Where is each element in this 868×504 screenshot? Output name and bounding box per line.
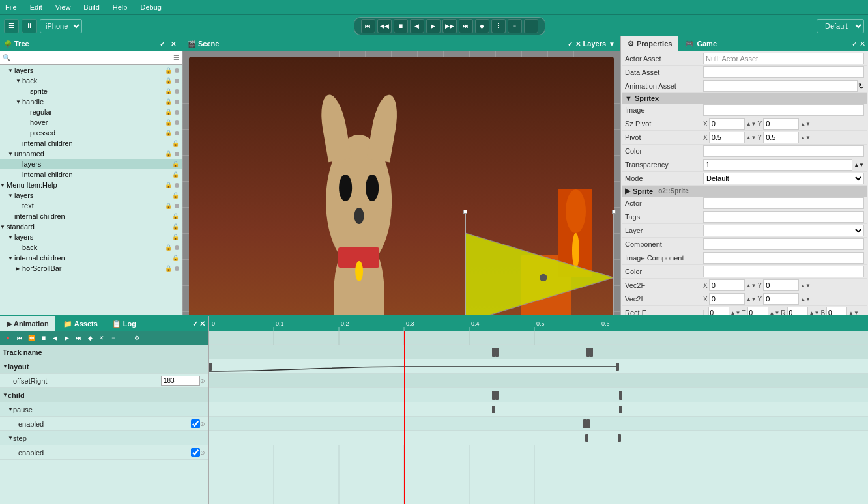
lock-icon-regular[interactable]: 🔒 — [165, 109, 172, 115]
lock-icon-layers2[interactable]: 🔒 — [172, 161, 179, 167]
settings-anim[interactable]: ≡ — [108, 333, 119, 343]
lock-icon-internal4[interactable]: 🔒 — [172, 255, 179, 261]
lock-icon-text[interactable]: 🔒 — [165, 203, 172, 209]
next-frame-anim[interactable]: ⏭ — [73, 333, 83, 343]
vec2f-x-input[interactable] — [709, 279, 745, 291]
play-anim[interactable]: ▶ — [61, 333, 72, 343]
lock-icon-pressed[interactable]: 🔒 — [165, 130, 172, 136]
menu-view[interactable]: View — [53, 2, 74, 12]
tab-animation[interactable]: ▶ Animation — [0, 316, 55, 331]
search-input[interactable] — [10, 54, 173, 62]
anim-close-icon[interactable]: ✕ — [199, 320, 205, 328]
spritex-section[interactable]: ▼ Spritex — [622, 93, 867, 104]
szpivot-x-input[interactable] — [709, 118, 745, 130]
vec2f-y-input[interactable] — [763, 279, 799, 291]
keyframe-anim[interactable]: ◆ — [85, 333, 95, 343]
scene-close-icon[interactable]: ✕ — [575, 40, 581, 48]
menu-debug[interactable]: Debug — [137, 2, 164, 12]
tab-log[interactable]: 📋 Log — [106, 316, 143, 331]
lock-icon-handle[interactable]: 🔒 — [165, 98, 172, 105]
lock-icon-hover[interactable]: 🔒 — [165, 119, 172, 126]
scene-check-icon[interactable]: ✓ — [568, 40, 573, 48]
imgcomp-input[interactable] — [703, 252, 864, 264]
timeline-grid[interactable] — [209, 331, 868, 504]
szpivot-spin-x[interactable]: ▲▼ — [746, 121, 757, 127]
game-tab[interactable]: 🎮 Game — [678, 36, 723, 51]
prev-frame-anim[interactable]: ⏪ — [26, 333, 36, 343]
track-pause-row[interactable]: ▼ pause — [0, 402, 208, 417]
tree-item-layers3[interactable]: ▼ layers 🔒 — [0, 190, 182, 201]
lock-icon-layers4[interactable]: 🔒 — [172, 234, 179, 240]
actor-asset-input[interactable] — [703, 53, 864, 64]
tree-item-hover[interactable]: ▶ hover 🔒 — [0, 117, 182, 128]
tree-item-text[interactable]: ▶ text 🔒 — [0, 201, 182, 211]
arrow-layers1[interactable]: ▼ — [8, 68, 14, 74]
rewind-button[interactable]: ⏮ — [361, 19, 375, 33]
pivot-x-input[interactable] — [709, 132, 745, 143]
tree-item-layers4[interactable]: ▼ layers 🔒 — [0, 232, 182, 242]
lock-icon-layers1[interactable]: 🔒 — [165, 67, 172, 74]
lock-icon-internal1[interactable]: 🔒 — [172, 140, 179, 147]
pivot-y-input[interactable] — [763, 132, 799, 143]
vec2i-spin-y[interactable]: ▲▼ — [800, 296, 811, 302]
properties-tab[interactable]: ⚙ Properties — [621, 36, 678, 51]
tab-assets[interactable]: 📁 Assets — [57, 316, 104, 331]
tags-input[interactable] — [703, 211, 864, 223]
mode-select[interactable]: Default — [703, 173, 864, 184]
arrow-menuhelp[interactable]: ▼ — [0, 182, 7, 188]
settings-button[interactable]: ≡ — [508, 19, 522, 33]
tree-menu-icon[interactable]: ☰ — [173, 54, 179, 61]
vec2i-y-input[interactable] — [763, 293, 799, 305]
tree-item-handle[interactable]: ▼ handle 🔒 — [0, 96, 182, 107]
component-input[interactable] — [703, 238, 864, 250]
tools-button[interactable]: ⋮ — [491, 19, 506, 33]
track-step-row[interactable]: ▼ step — [0, 431, 208, 445]
bar-button[interactable]: ⎯ — [524, 19, 538, 33]
lock-icon-back2[interactable]: 🔒 — [165, 244, 172, 251]
tree-item-horscrollbar[interactable]: ▶ horScrollBar 🔒 — [0, 263, 182, 273]
arrow-layers3[interactable]: ▼ — [8, 193, 14, 199]
menu-build[interactable]: Build — [81, 2, 102, 12]
arrow-handle[interactable]: ▼ — [16, 99, 22, 105]
vec2f-spin-x[interactable]: ▲▼ — [746, 283, 757, 288]
stop-button[interactable]: ⏹ — [394, 19, 408, 33]
prev-button[interactable]: ◀ — [410, 19, 424, 33]
lock-icon-layers3[interactable]: 🔒 — [172, 192, 179, 199]
anim-check-icon[interactable]: ✓ — [192, 320, 198, 328]
record-button[interactable]: ◆ — [475, 19, 489, 33]
tree-item-standard[interactable]: ▼ standard 🔒 — [0, 221, 182, 232]
tree-item-internal1[interactable]: ▶ internal children 🔒 — [0, 138, 182, 148]
menu-file[interactable]: File — [3, 2, 20, 12]
lock-icon-menuhelp[interactable]: 🔒 — [165, 182, 172, 188]
pivot-spin-y[interactable]: ▲▼ — [800, 135, 811, 141]
pause-button[interactable]: ⏸ — [22, 19, 37, 33]
image-input[interactable] — [703, 104, 864, 116]
lock-icon-horscrollbar[interactable]: 🔒 — [165, 265, 172, 272]
anim-asset-input[interactable] — [703, 80, 858, 92]
tree-close-icon[interactable]: ✕ — [169, 40, 178, 48]
more-anim[interactable]: ⚙ — [132, 333, 142, 343]
tree-item-back2[interactable]: ▶ back 🔒 — [0, 242, 182, 253]
prev-anim[interactable]: ◀ — [50, 333, 60, 343]
arrow-standard[interactable]: ▼ — [0, 224, 7, 230]
lock-icon-internal2[interactable]: 🔒 — [172, 171, 179, 178]
next-button[interactable]: ▶▶ — [442, 19, 457, 33]
layout-button[interactable]: ☰ — [4, 19, 19, 33]
lock-icon-back[interactable]: 🔒 — [165, 77, 172, 84]
first-frame-button[interactable]: ⏮ — [14, 333, 25, 343]
clear-anim[interactable]: ✕ — [96, 333, 107, 343]
arrow-horscrollbar[interactable]: ▶ — [16, 266, 22, 272]
track-layout-row[interactable]: ▼ layout — [0, 359, 208, 374]
track-pause-enabled-reset[interactable]: ⊙ — [200, 421, 205, 427]
track-pause-enabled-check[interactable] — [191, 419, 200, 428]
props-check-icon[interactable]: ✓ — [852, 40, 858, 48]
forward-button[interactable]: ⏭ — [459, 19, 473, 33]
profile-select[interactable]: Default — [817, 19, 864, 33]
track-step-enabled-reset[interactable]: ⊙ — [200, 449, 205, 456]
pivot-spin-x[interactable]: ▲▼ — [746, 135, 757, 141]
transparency-spin[interactable]: ▲▼ — [854, 162, 864, 168]
data-asset-input[interactable] — [703, 66, 864, 78]
track-child-row[interactable]: ▼ child — [0, 388, 208, 402]
tree-item-pressed[interactable]: ▶ pressed 🔒 — [0, 128, 182, 138]
szpivot-spin-y[interactable]: ▲▼ — [800, 121, 811, 127]
